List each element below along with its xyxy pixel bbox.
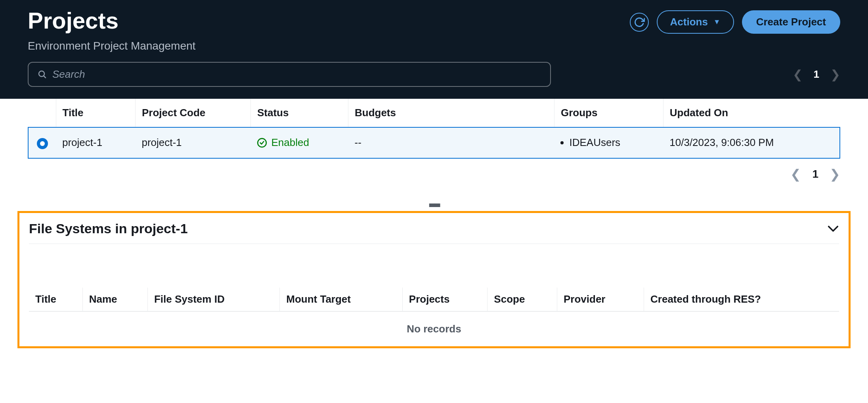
bottom-pagination: ❮ 1 ❯ (0, 159, 868, 198)
no-records-message: No records (29, 311, 839, 338)
column-updated-on[interactable]: Updated On (663, 99, 840, 127)
column-status[interactable]: Status (250, 99, 348, 127)
column-title[interactable]: Title (56, 99, 135, 127)
column-budgets[interactable]: Budgets (348, 99, 554, 127)
table-row[interactable]: project-1 project-1 Enabled -- (28, 127, 840, 158)
search-icon (37, 69, 47, 79)
fs-column-mount-target[interactable]: Mount Target (280, 288, 403, 311)
prev-page-button[interactable]: ❮ (793, 67, 803, 81)
resize-handle-icon[interactable]: ▃▃ (0, 198, 868, 207)
cell-budgets: -- (348, 127, 554, 158)
page-subtitle: Environment Project Management (28, 40, 195, 52)
filesystems-table: Title Name File System ID Mount Target P… (29, 288, 839, 311)
refresh-icon (634, 17, 645, 28)
cell-updated-on: 10/3/2023, 9:06:30 PM (663, 127, 840, 158)
page-number: 1 (814, 68, 819, 81)
check-circle-icon (257, 138, 267, 148)
fs-column-projects[interactable]: Projects (402, 288, 488, 311)
bullet-icon (560, 141, 564, 144)
fs-column-filesystem-id[interactable]: File System ID (147, 288, 279, 311)
collapse-panel-button[interactable] (827, 222, 839, 235)
actions-button-label: Actions (670, 16, 708, 28)
status-text: Enabled (271, 136, 309, 149)
fs-column-name[interactable]: Name (82, 288, 147, 311)
caret-down-icon: ▼ (713, 18, 721, 26)
page-title: Projects (28, 8, 195, 33)
column-project-code[interactable]: Project Code (135, 99, 250, 127)
svg-line-1 (44, 76, 46, 78)
row-radio-selected[interactable] (37, 138, 48, 149)
group-name: IDEAUsers (569, 136, 620, 149)
column-groups[interactable]: Groups (554, 99, 663, 127)
filesystems-panel: File Systems in project-1 Title Name Fil… (17, 211, 851, 348)
chevron-down-icon (827, 225, 839, 232)
page-number-lower: 1 (812, 168, 818, 180)
cell-project-code: project-1 (135, 127, 250, 158)
group-item: IDEAUsers (560, 136, 657, 149)
search-input[interactable] (52, 68, 541, 81)
fs-column-scope[interactable]: Scope (488, 288, 557, 311)
refresh-button[interactable] (630, 13, 649, 32)
next-page-button-lower[interactable]: ❯ (830, 167, 840, 182)
top-pagination: ❮ 1 ❯ (793, 67, 840, 81)
actions-button[interactable]: Actions ▼ (657, 10, 734, 34)
fs-column-provider[interactable]: Provider (557, 288, 644, 311)
cell-title: project-1 (56, 127, 135, 158)
create-project-button[interactable]: Create Project (742, 10, 840, 34)
projects-table: Title Project Code Status Budgets Groups… (28, 99, 840, 159)
fs-column-created-through-res[interactable]: Created through RES? (644, 288, 839, 311)
fs-column-title[interactable]: Title (29, 288, 82, 311)
column-select (28, 99, 56, 127)
status-badge: Enabled (257, 136, 342, 149)
search-box[interactable] (28, 62, 551, 87)
next-page-button[interactable]: ❯ (830, 67, 840, 81)
filesystems-title: File Systems in project-1 (29, 221, 188, 236)
prev-page-button-lower[interactable]: ❮ (790, 167, 801, 182)
